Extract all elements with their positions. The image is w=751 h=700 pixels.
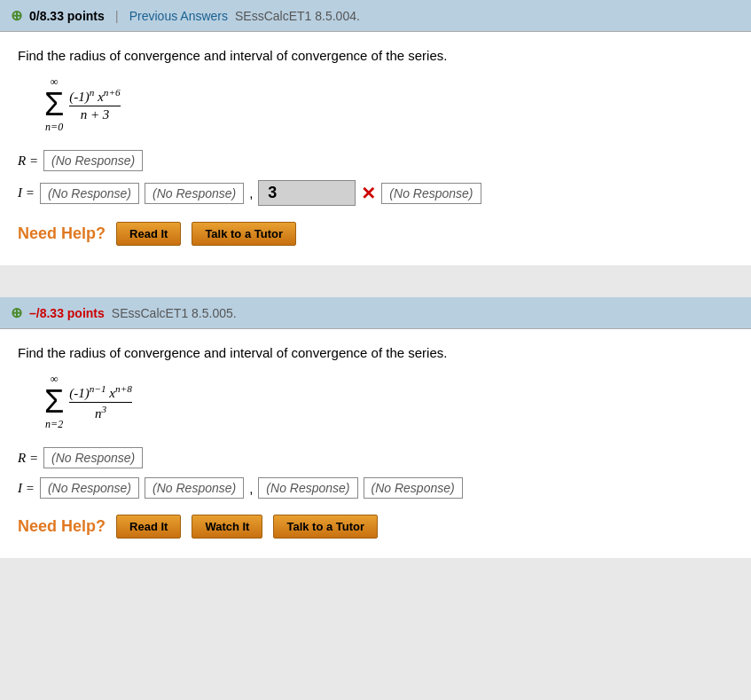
r-input-2[interactable]: (No Response) (43, 447, 143, 468)
i-row-2: I = (No Response) (No Response) , (No Re… (18, 477, 733, 499)
watch-it-button-2[interactable]: Watch It (192, 515, 262, 539)
spacer (0, 281, 751, 297)
ref-2: SEssCalcET1 8.5.005. (112, 306, 237, 320)
sum-bottom-2: n=2 (45, 418, 63, 431)
i-input-2d[interactable]: (No Response) (364, 477, 463, 499)
numerator-2: (-1)n−1 xn+8 (69, 383, 132, 403)
i-input-1b[interactable]: (No Response) (145, 183, 244, 204)
i-input-2a[interactable]: (No Response) (40, 477, 139, 499)
problem-body-1: Find the radius of convergence and inter… (0, 32, 751, 265)
points-label-2: –/8.33 points (29, 306, 105, 320)
points-value-2: –/8.33 points (29, 306, 105, 320)
i-label-2: I = (18, 481, 35, 496)
x-mark-1: ✕ (361, 183, 376, 204)
fraction-1: (-1)n xn+6 n + 3 (69, 87, 120, 122)
problem-header-1: ⊕ 0/8.33 points | Previous Answers SEssC… (0, 0, 751, 32)
plus-icon-2: ⊕ (11, 304, 22, 321)
prev-answers-link-1[interactable]: Previous Answers (129, 9, 228, 23)
problem-block-2: ⊕ –/8.33 points SEssCalcET1 8.5.005. Fin… (0, 297, 751, 558)
problem-block-1: ⊕ 0/8.33 points | Previous Answers SEssC… (0, 0, 751, 265)
r-label-2: R = (18, 451, 38, 466)
comma-2: , (249, 481, 253, 496)
numerator-1: (-1)n xn+6 (69, 87, 120, 106)
r-input-1[interactable]: (No Response) (43, 150, 143, 171)
question-text-2: Find the radius of convergence and inter… (18, 345, 733, 360)
sigma-expr-1: ∞ Σ n=0 (44, 75, 64, 134)
talk-to-tutor-button-2[interactable]: Talk to a Tutor (273, 515, 378, 539)
denominator-2: n3 (95, 403, 106, 421)
fraction-2: (-1)n−1 xn+8 n3 (69, 383, 132, 421)
i-label-1: I = (18, 185, 35, 201)
sigma-symbol-1: Σ (44, 89, 64, 121)
i-input-1a[interactable]: (No Response) (40, 183, 139, 204)
sum-bottom-1: n=0 (45, 121, 63, 134)
r-row-1: R = (No Response) (18, 150, 733, 171)
need-help-label-1: Need Help? (18, 224, 106, 243)
i-input-1c[interactable]: (No Response) (381, 183, 481, 204)
i-filled-value-1: 3 (258, 180, 356, 206)
sigma-expr-2: ∞ Σ n=2 (44, 373, 64, 431)
formula-2: ∞ Σ n=2 (-1)n−1 xn+8 n3 (44, 373, 733, 431)
comma-1: , (249, 185, 253, 201)
read-it-button-2[interactable]: Read It (116, 515, 181, 539)
need-help-row-1: Need Help? Read It Talk to a Tutor (18, 222, 733, 246)
ref-1: SEssCalcET1 8.5.004. (235, 9, 360, 23)
sigma-symbol-2: Σ (44, 386, 64, 418)
plus-icon-1: ⊕ (11, 7, 22, 24)
need-help-row-2: Need Help? Read It Watch It Talk to a Tu… (18, 515, 733, 539)
read-it-button-1[interactable]: Read It (116, 222, 181, 246)
talk-to-tutor-button-1[interactable]: Talk to a Tutor (192, 222, 296, 246)
problem-body-2: Find the radius of convergence and inter… (0, 329, 751, 558)
r-row-2: R = (No Response) (18, 447, 733, 468)
formula-1: ∞ Σ n=0 (-1)n xn+6 n + 3 (44, 75, 733, 134)
denominator-1: n + 3 (81, 106, 110, 122)
question-text-1: Find the radius of convergence and inter… (18, 48, 733, 63)
divider-1: | (115, 8, 119, 23)
points-label-1: 0/8.33 points (29, 9, 105, 23)
r-label-1: R = (18, 153, 38, 169)
problem-header-2: ⊕ –/8.33 points SEssCalcET1 8.5.005. (0, 297, 751, 329)
i-row-1: I = (No Response) (No Response) , 3 ✕ (N… (18, 180, 733, 206)
need-help-label-2: Need Help? (18, 517, 106, 536)
i-input-2c[interactable]: (No Response) (258, 477, 357, 499)
i-input-2b[interactable]: (No Response) (145, 477, 244, 499)
